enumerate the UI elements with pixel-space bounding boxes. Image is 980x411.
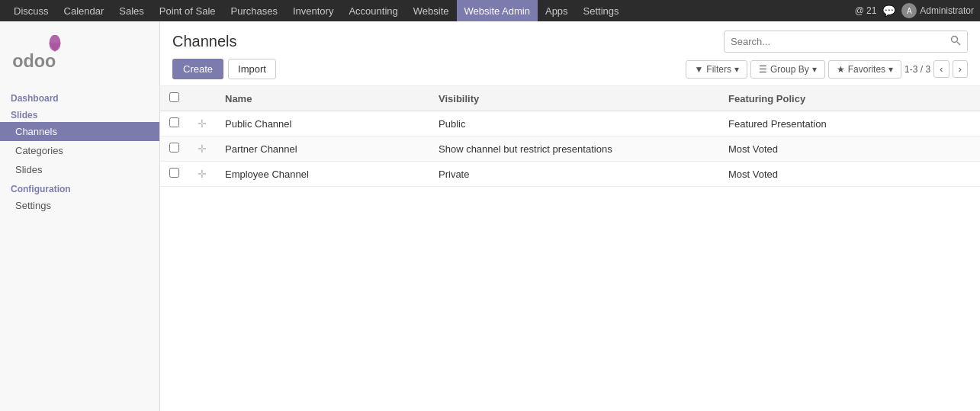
sidebar-item-slides[interactable]: Slides (0, 160, 159, 179)
row-name[interactable]: Public Channel (216, 111, 429, 136)
sidebar-item-settings[interactable]: Settings (0, 196, 159, 215)
sidebar: odoo Dashboard Slides Channels Categorie… (0, 21, 160, 411)
filters-arrow-icon: ▾ (734, 64, 739, 75)
search-input[interactable] (725, 32, 944, 51)
table-row: ✛ Employee Channel Private Most Voted (160, 162, 980, 187)
nav-discuss[interactable]: Discuss (6, 0, 56, 21)
logo-area: odoo (0, 29, 159, 88)
import-button[interactable]: Import (228, 59, 276, 79)
row-featuring-policy: Most Voted (719, 162, 980, 187)
filter-icon: ▼ (694, 64, 703, 75)
row-name[interactable]: Partner Channel (216, 136, 429, 162)
row-checkbox-cell (160, 136, 188, 162)
content-area: Channels Create Import ▼ Filt (160, 21, 980, 411)
pagination-prev[interactable]: ‹ (933, 60, 949, 78)
admin-label: Administrator (920, 5, 974, 16)
table-header-row: Name Visibility Featuring Policy (160, 86, 980, 111)
nav-right: @ 21 💬 A Administrator (855, 3, 974, 18)
toolbar-left: Create Import (172, 59, 276, 79)
admin-area[interactable]: A Administrator (901, 3, 974, 18)
row-visibility: Private (429, 162, 719, 187)
row-featuring-policy: Featured Presentation (719, 111, 980, 136)
groupby-arrow-icon: ▾ (812, 64, 817, 75)
nav-items: Discuss Calendar Sales Point of Sale Pur… (6, 0, 855, 21)
chat-icon[interactable]: 💬 (882, 5, 895, 17)
search-bar (724, 31, 968, 53)
pagination-next[interactable]: › (953, 60, 968, 78)
favorites-arrow-icon: ▾ (888, 64, 893, 75)
sidebar-section-configuration: Configuration (0, 179, 159, 196)
odoo-logo: odoo (9, 35, 85, 77)
notification-badge[interactable]: @ 21 (855, 5, 877, 16)
favorites-button[interactable]: ★ Favorites ▾ (828, 60, 901, 79)
nav-inventory[interactable]: Inventory (285, 0, 341, 21)
nav-website-admin[interactable]: Website Admin (457, 0, 538, 21)
top-navigation: Discuss Calendar Sales Point of Sale Pur… (0, 0, 980, 21)
select-all-checkbox[interactable] (169, 92, 179, 102)
sidebar-section-slides: Slides (0, 105, 159, 122)
header-handle-cell (188, 86, 216, 111)
svg-text:odoo: odoo (12, 51, 56, 71)
sidebar-section-dashboard: Dashboard (0, 88, 159, 105)
row-name[interactable]: Employee Channel (216, 162, 429, 187)
row-handle-cell: ✛ (188, 136, 216, 162)
main-layout: odoo Dashboard Slides Channels Categorie… (0, 21, 980, 411)
nav-settings[interactable]: Settings (576, 0, 627, 21)
toolbar: Create Import ▼ Filters ▾ ☰ Group By ▾ ★… (160, 53, 980, 86)
svg-line-4 (957, 42, 960, 45)
nav-point-of-sale[interactable]: Point of Sale (152, 0, 223, 21)
nav-purchases[interactable]: Purchases (223, 0, 285, 21)
row-visibility: Show channel but restrict presentations (429, 136, 719, 162)
groupby-icon: ☰ (759, 64, 767, 75)
drag-handle-icon[interactable]: ✛ (198, 143, 207, 155)
table-row: ✛ Public Channel Public Featured Present… (160, 111, 980, 136)
row-checkbox-cell (160, 162, 188, 187)
search-button[interactable] (944, 31, 967, 52)
create-button[interactable]: Create (172, 59, 223, 79)
sidebar-item-channels[interactable]: Channels (0, 122, 159, 141)
nav-apps[interactable]: Apps (538, 0, 576, 21)
row-handle-cell: ✛ (188, 162, 216, 187)
groupby-button[interactable]: ☰ Group By ▾ (750, 60, 825, 79)
table-row: ✛ Partner Channel Show channel but restr… (160, 136, 980, 162)
header-checkbox-cell (160, 86, 188, 111)
data-table: Name Visibility Featuring Policy ✛ Publi… (160, 86, 980, 187)
row-checkbox[interactable] (169, 168, 179, 178)
row-checkbox[interactable] (169, 143, 179, 153)
header-visibility[interactable]: Visibility (429, 86, 719, 111)
filters-label: Filters (706, 64, 731, 75)
toolbar-right: ▼ Filters ▾ ☰ Group By ▾ ★ Favorites ▾ 1… (686, 60, 968, 79)
header-name[interactable]: Name (216, 86, 429, 111)
sidebar-item-categories[interactable]: Categories (0, 141, 159, 160)
pagination-text: 1-3 / 3 (904, 64, 930, 75)
table-container: Name Visibility Featuring Policy ✛ Publi… (160, 86, 980, 411)
favorites-label: Favorites (848, 64, 885, 75)
star-icon: ★ (837, 64, 845, 75)
row-visibility: Public (429, 111, 719, 136)
nav-calendar[interactable]: Calendar (56, 0, 112, 21)
nav-sales[interactable]: Sales (111, 0, 152, 21)
row-checkbox-cell (160, 111, 188, 136)
drag-handle-icon[interactable]: ✛ (198, 168, 207, 180)
svg-point-3 (952, 37, 958, 43)
nav-accounting[interactable]: Accounting (341, 0, 405, 21)
pagination: 1-3 / 3 ‹ › (904, 60, 968, 78)
search-icon (950, 35, 961, 46)
content-header: Channels (160, 21, 980, 53)
filters-button[interactable]: ▼ Filters ▾ (686, 60, 747, 79)
groupby-label: Group By (770, 64, 809, 75)
header-featuring-policy[interactable]: Featuring Policy (719, 86, 980, 111)
page-title: Channels (172, 33, 237, 50)
admin-avatar: A (901, 3, 917, 18)
row-featuring-policy: Most Voted (719, 136, 980, 162)
at-icon: @ (855, 5, 864, 16)
row-handle-cell: ✛ (188, 111, 216, 136)
nav-website[interactable]: Website (406, 0, 457, 21)
drag-handle-icon[interactable]: ✛ (198, 117, 207, 130)
badge-count: 21 (866, 5, 876, 16)
row-checkbox[interactable] (169, 117, 179, 127)
